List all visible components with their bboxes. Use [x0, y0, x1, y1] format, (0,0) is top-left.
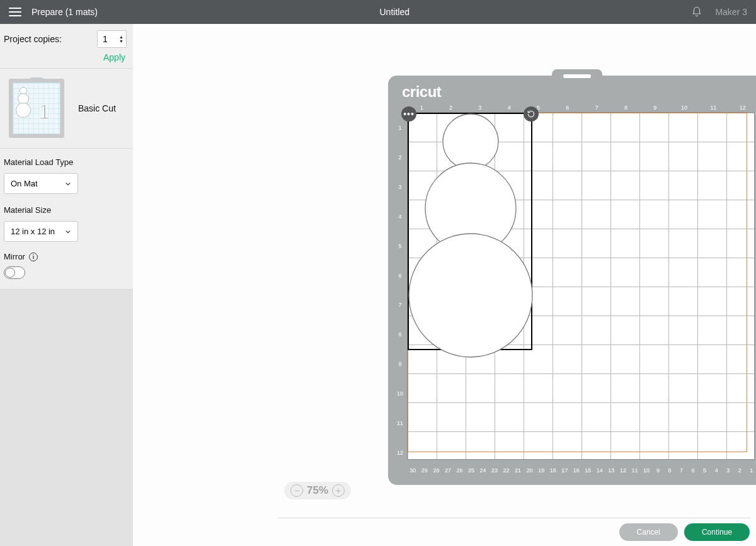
divider: [278, 518, 751, 518]
canvas-area[interactable]: cricut 123456789101112 123456789101112 1…: [133, 24, 756, 546]
material-size-label: Material Size: [0, 203, 133, 217]
chevron-down-icon: [65, 229, 71, 235]
mat-item-label: Basic Cut: [78, 103, 116, 113]
selection-box[interactable]: •••: [408, 113, 532, 350]
chevron-down-icon: [65, 181, 71, 187]
zoom-out-button[interactable]: −: [290, 484, 303, 497]
ruler-left: 123456789101112: [396, 113, 404, 467]
material-size-select[interactable]: 12 in x 12 in: [4, 221, 78, 242]
footer-buttons: Cancel Continue: [619, 523, 750, 541]
mirror-toggle[interactable]: [4, 266, 25, 279]
rotate-handle[interactable]: [524, 106, 539, 122]
more-options-handle[interactable]: •••: [401, 106, 416, 122]
mat-thumbnail: 1: [9, 79, 64, 138]
cutting-mat[interactable]: cricut 123456789101112 123456789101112 1…: [388, 76, 756, 485]
apply-button[interactable]: Apply: [103, 52, 125, 62]
mat-list-item[interactable]: 1 Basic Cut: [0, 69, 133, 148]
zoom-value: 75%: [307, 484, 328, 497]
mat-hanger: [552, 69, 602, 82]
material-load-type-select[interactable]: On Mat: [4, 173, 78, 194]
notifications-icon[interactable]: [691, 6, 702, 18]
mat-grid[interactable]: •••: [407, 112, 755, 460]
cricut-logo: cricut: [402, 83, 441, 101]
copies-decrement[interactable]: ▼: [119, 40, 123, 43]
project-copies-label: Project copies:: [4, 34, 62, 44]
material-load-type-label: Material Load Type: [0, 155, 133, 169]
copies-increment[interactable]: ▲: [119, 35, 123, 39]
top-bar-right: Maker 3: [691, 6, 747, 18]
menu-icon[interactable]: [9, 8, 21, 16]
zoom-in-button[interactable]: +: [332, 484, 345, 497]
mirror-label: Mirror: [4, 252, 25, 261]
material-size-value: 12 in x 12 in: [11, 227, 55, 236]
cancel-button[interactable]: Cancel: [619, 523, 678, 541]
project-copies-row: Project copies: ▲ ▼: [0, 24, 133, 50]
material-load-type-value: On Mat: [11, 179, 38, 188]
continue-button[interactable]: Continue: [684, 523, 750, 541]
top-bar-left: Prepare (1 mats): [9, 7, 98, 17]
project-title[interactable]: Untitled: [380, 7, 410, 17]
mat-thumbnail-number: 1: [38, 100, 50, 124]
info-icon[interactable]: i: [29, 253, 38, 261]
machine-selector[interactable]: Maker 3: [715, 7, 747, 17]
prepare-title: Prepare (1 mats): [32, 7, 98, 17]
project-copies-input[interactable]: [98, 31, 119, 47]
zoom-control: − 75% +: [284, 482, 351, 499]
project-copies-stepper[interactable]: ▲ ▼: [97, 30, 127, 48]
ruler-bottom: 1234567891011121314151617181920212223242…: [407, 467, 756, 476]
top-bar: Prepare (1 mats) Untitled Maker 3: [0, 0, 756, 24]
sidebar: Project copies: ▲ ▼ Apply: [0, 24, 133, 546]
